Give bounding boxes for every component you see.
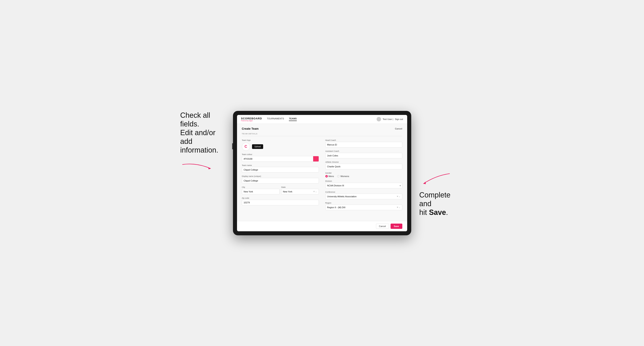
form-left-col: Team logo C Upload Team colour bbox=[242, 139, 319, 210]
assistant-coach-input[interactable] bbox=[325, 153, 402, 159]
gender-radio-group: Mens Womens bbox=[325, 175, 402, 177]
annotation-left-line3: information. bbox=[180, 146, 218, 154]
gender-label: Gender bbox=[325, 172, 402, 174]
conference-value: University Athletic Association bbox=[327, 195, 397, 198]
head-coach-label: Head Coach bbox=[325, 139, 402, 141]
annotation-left: Check all fields. Edit and/or add inform… bbox=[180, 111, 225, 178]
app-logo: SCOREBOARD Powered by clippd bbox=[241, 117, 262, 121]
conference-select[interactable]: University Athletic Association ✕ ⌄ bbox=[325, 194, 402, 199]
zip-label: Zip code bbox=[242, 197, 319, 199]
logo-area: C Upload bbox=[242, 143, 319, 151]
upload-button[interactable]: Upload bbox=[252, 144, 263, 149]
sign-out-link[interactable]: Sign out bbox=[395, 118, 403, 120]
state-group: State New York ✕ ⌄ bbox=[281, 186, 319, 194]
assistant-coach-group: Assistant Coach bbox=[325, 150, 402, 159]
team-colour-label: Team colour bbox=[242, 153, 319, 155]
state-label: State bbox=[281, 186, 319, 188]
state-value: New York bbox=[283, 190, 313, 193]
region-label: Region bbox=[325, 202, 402, 204]
conference-label: Conference bbox=[325, 191, 402, 193]
form-grid: Team logo C Upload Team colour bbox=[242, 139, 402, 210]
gender-womens-label[interactable]: Womens bbox=[337, 175, 349, 177]
annotation-right-bold: Save bbox=[429, 208, 446, 216]
color-swatch[interactable] bbox=[313, 156, 319, 162]
zip-group: Zip code bbox=[242, 197, 319, 205]
annotation-right: Complete and hit Save. bbox=[419, 172, 464, 217]
division-group: Division NCAA Division III bbox=[325, 180, 402, 188]
annotation-left-line1: Check all fields. bbox=[180, 111, 210, 128]
city-state-row: City State New York ✕ ⌄ bbox=[242, 186, 319, 194]
section-label: TEAM DETAILS bbox=[242, 133, 402, 136]
tablet-side-button bbox=[232, 143, 233, 149]
region-select[interactable]: Region II - (M) DIII ✕ ⌄ bbox=[325, 204, 402, 210]
city-input[interactable] bbox=[242, 189, 280, 194]
tablet-screen: SCOREBOARD Powered by clippd TOURNAMENTS… bbox=[237, 115, 407, 231]
athletic-director-group: Athletic Director bbox=[325, 161, 402, 169]
city-group: City bbox=[242, 186, 280, 194]
division-label: Division bbox=[325, 180, 402, 182]
team-name-input[interactable] bbox=[242, 167, 319, 173]
nav-teams[interactable]: TEAMS bbox=[289, 117, 297, 121]
annotation-right-line1: Complete and bbox=[419, 191, 450, 208]
region-value: Region II - (M) DIII bbox=[327, 206, 397, 209]
conference-actions: ✕ ⌄ bbox=[397, 195, 400, 197]
display-name-label: Display name (unique) bbox=[242, 175, 319, 177]
annotation-left-line2: Edit and/or add bbox=[180, 129, 216, 146]
color-input-wrapper bbox=[242, 156, 319, 162]
nav-links: TOURNAMENTS TEAMS bbox=[267, 117, 296, 121]
region-actions: ✕ ⌄ bbox=[397, 206, 400, 208]
cancel-button[interactable]: Cancel bbox=[376, 224, 389, 229]
cancel-top-link[interactable]: Cancel bbox=[395, 128, 402, 130]
region-group: Region Region II - (M) DIII ✕ ⌄ bbox=[325, 202, 402, 210]
team-colour-group: Team colour bbox=[242, 153, 319, 162]
assistant-coach-label: Assistant Coach bbox=[325, 150, 402, 152]
page-header: Create Team Cancel bbox=[242, 127, 402, 130]
display-name-input[interactable] bbox=[242, 178, 319, 183]
team-name-group: Team name bbox=[242, 164, 319, 173]
city-label: City bbox=[242, 186, 280, 188]
gender-womens-radio[interactable] bbox=[337, 175, 340, 177]
team-logo-label: Team logo bbox=[242, 139, 319, 141]
team-name-label: Team name bbox=[242, 164, 319, 166]
conference-group: Conference University Athletic Associati… bbox=[325, 191, 402, 199]
athletic-director-label: Athletic Director bbox=[325, 161, 402, 163]
page-title-text: Create Team bbox=[242, 127, 259, 130]
gender-group: Gender Mens Womens bbox=[325, 172, 402, 177]
gender-mens-radio[interactable] bbox=[325, 175, 328, 177]
team-colour-input[interactable] bbox=[242, 156, 313, 162]
athletic-director-input[interactable] bbox=[325, 164, 402, 169]
user-avatar bbox=[376, 117, 381, 121]
gender-womens-text: Womens bbox=[340, 175, 349, 177]
nav-bar: SCOREBOARD Powered by clippd TOURNAMENTS… bbox=[237, 115, 407, 124]
state-actions: ✕ ⌄ bbox=[313, 190, 317, 193]
content-area: Create Team Cancel TEAM DETAILS Team log… bbox=[237, 124, 407, 221]
division-select-wrapper: NCAA Division III bbox=[325, 183, 402, 188]
right-arrow bbox=[419, 172, 452, 188]
city-state-group: City State New York ✕ ⌄ bbox=[242, 186, 319, 194]
zip-input[interactable] bbox=[242, 200, 319, 205]
form-footer: Cancel Save bbox=[237, 221, 407, 231]
gender-mens-label[interactable]: Mens bbox=[325, 175, 334, 177]
save-button[interactable]: Save bbox=[390, 224, 402, 229]
user-name: Test User | bbox=[383, 118, 393, 120]
head-coach-group: Head Coach bbox=[325, 139, 402, 148]
head-coach-input[interactable] bbox=[325, 142, 402, 148]
nav-tournaments[interactable]: TOURNAMENTS bbox=[267, 117, 284, 121]
annotation-right-period: . bbox=[446, 208, 448, 216]
logo-circle: C bbox=[242, 143, 250, 151]
left-arrow bbox=[180, 161, 213, 177]
tablet-frame: SCOREBOARD Powered by clippd TOURNAMENTS… bbox=[233, 111, 411, 235]
team-logo-group: Team logo C Upload bbox=[242, 139, 319, 151]
division-select[interactable]: NCAA Division III bbox=[325, 183, 402, 188]
state-select[interactable]: New York ✕ ⌄ bbox=[281, 189, 319, 194]
gender-mens-text: Mens bbox=[328, 175, 334, 177]
nav-right: Test User | Sign out bbox=[376, 117, 403, 121]
svg-marker-1 bbox=[424, 182, 426, 184]
form-right-col: Head Coach Assistant Coach Athletic Dire… bbox=[325, 139, 402, 210]
display-name-group: Display name (unique) bbox=[242, 175, 319, 183]
annotation-right-line2: hit bbox=[419, 208, 429, 216]
logo-subtitle: Powered by clippd bbox=[241, 120, 262, 121]
